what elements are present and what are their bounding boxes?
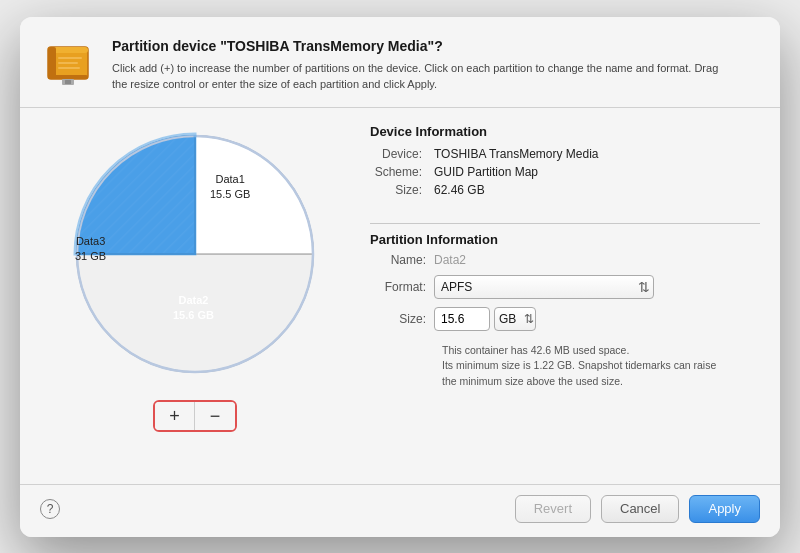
size-label: Size: — [370, 181, 430, 199]
size-field-label: Size: — [370, 312, 434, 326]
format-field-row: Format: APFS Mac OS Extended (Journaled)… — [370, 275, 760, 299]
scheme-value: GUID Partition Map — [430, 163, 760, 181]
cancel-button[interactable]: Cancel — [601, 495, 679, 523]
apply-button[interactable]: Apply — [689, 495, 760, 523]
size-unit-select[interactable]: GB MB TB — [494, 307, 536, 331]
revert-button[interactable]: Revert — [515, 495, 591, 523]
svg-rect-4 — [58, 62, 78, 64]
name-field-value: Data2 — [434, 253, 466, 267]
partition-info-title: Partition Information — [370, 232, 760, 247]
scheme-label: Scheme: — [370, 163, 430, 181]
size-unit-wrapper: GB MB TB ⇅ — [490, 307, 536, 331]
format-field-label: Format: — [370, 280, 434, 294]
device-row: Device: TOSHIBA TransMemory Media — [370, 145, 760, 163]
svg-rect-2 — [48, 47, 56, 79]
remove-partition-button[interactable]: − — [195, 402, 235, 430]
dialog-footer: ? Revert Cancel Apply — [20, 484, 780, 537]
add-partition-button[interactable]: + — [155, 402, 195, 430]
size-value: 62.46 GB — [430, 181, 760, 199]
dialog: Partition device "TOSHIBA TransMemory Me… — [20, 17, 780, 537]
pie-chart-svg — [65, 124, 325, 384]
dialog-subtitle: Click add (+) to increase the number of … — [112, 60, 732, 93]
drive-icon — [40, 37, 96, 93]
size-row: Size: 62.46 GB — [370, 181, 760, 199]
svg-rect-6 — [48, 75, 88, 79]
device-label: Device: — [370, 145, 430, 163]
svg-rect-5 — [58, 67, 80, 69]
header-text: Partition device "TOSHIBA TransMemory Me… — [112, 37, 732, 93]
format-select-wrapper: APFS Mac OS Extended (Journaled) ExFAT M… — [434, 275, 654, 299]
drive-svg — [40, 37, 96, 93]
dialog-header: Partition device "TOSHIBA TransMemory Me… — [20, 17, 780, 108]
svg-rect-3 — [58, 57, 82, 59]
size-input[interactable] — [434, 307, 490, 331]
device-info-table: Device: TOSHIBA TransMemory Media Scheme… — [370, 145, 760, 199]
dialog-body: Data1 15.5 GB Data3 31 GB Data2 15.6 GB … — [20, 108, 780, 484]
dialog-title: Partition device "TOSHIBA TransMemory Me… — [112, 37, 732, 55]
name-field-label: Name: — [370, 253, 434, 267]
name-field-row: Name: Data2 — [370, 253, 760, 267]
size-field-row: Size: GB MB TB ⇅ — [370, 307, 760, 331]
footer-left: ? — [40, 499, 60, 519]
left-panel: Data1 15.5 GB Data3 31 GB Data2 15.6 GB … — [40, 124, 350, 468]
pie-chart-container[interactable]: Data1 15.5 GB Data3 31 GB Data2 15.6 GB — [65, 124, 325, 384]
help-button[interactable]: ? — [40, 499, 60, 519]
divider — [370, 223, 760, 224]
size-hint-text: This container has 42.6 MB used space. I… — [442, 343, 752, 390]
svg-rect-8 — [65, 80, 71, 84]
format-select[interactable]: APFS Mac OS Extended (Journaled) ExFAT M… — [434, 275, 654, 299]
device-value: TOSHIBA TransMemory Media — [430, 145, 760, 163]
partition-controls: + − — [153, 400, 237, 432]
footer-right: Revert Cancel Apply — [515, 495, 760, 523]
device-info-title: Device Information — [370, 124, 760, 139]
scheme-row: Scheme: GUID Partition Map — [370, 163, 760, 181]
right-panel: Device Information Device: TOSHIBA Trans… — [370, 124, 760, 468]
